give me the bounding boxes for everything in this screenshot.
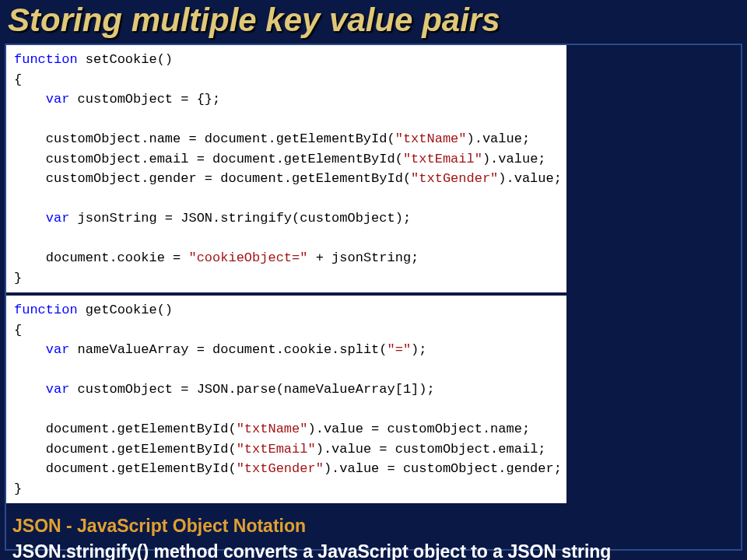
code-token: setCookie() <box>78 52 173 67</box>
code-token <box>14 342 46 357</box>
code-token: document.getElementById( <box>14 422 237 436</box>
code-token: } <box>14 271 22 285</box>
code-token: customObject.name = document.getElementB… <box>14 131 395 146</box>
code-token: + jsonString; <box>307 250 419 265</box>
code-token: "txtEmail" <box>237 442 316 457</box>
code-token: ).value; <box>467 131 531 146</box>
code-token: ).value = customObject.name; <box>307 422 530 436</box>
code-token: customObject = JSON.parse(nameValueArray… <box>69 382 434 397</box>
code-token <box>14 382 46 397</box>
code-token: customObject.email = document.getElement… <box>14 152 403 166</box>
code-token: "txtGender" <box>411 171 498 186</box>
code-token: var <box>46 382 70 397</box>
code-token: getCookie() <box>78 303 173 317</box>
note-stringify: JSON.stringify() method converts a JavaS… <box>12 540 735 560</box>
code-token: "txtEmail" <box>403 152 482 166</box>
code-token: } <box>14 481 22 496</box>
code-token: { <box>14 323 22 338</box>
code-token: function <box>14 52 78 67</box>
code-token: ); <box>411 342 426 357</box>
code-token: "=" <box>388 342 412 357</box>
notes-section: JSON - JavaScript Object Notation JSON.s… <box>6 506 741 560</box>
code-token: "cookieObject=" <box>188 250 307 265</box>
code-token <box>14 92 46 107</box>
slide: Storing multiple key value pairs functio… <box>0 0 747 560</box>
code-token: customObject.gender = document.getElemen… <box>14 171 411 186</box>
code-token: ).value = customObject.gender; <box>324 461 562 476</box>
code-token: document.cookie = <box>14 250 188 265</box>
code-token: var <box>46 92 70 107</box>
code-block-setcookie: function setCookie() { var customObject … <box>6 45 566 292</box>
code-token: document.getElementById( <box>14 442 237 457</box>
code-token: nameValueArray = document.cookie.split( <box>69 342 387 357</box>
code-token: "txtGender" <box>237 461 324 476</box>
code-token <box>14 211 46 226</box>
slide-title: Storing multiple key value pairs <box>0 0 747 44</box>
code-token: var <box>46 342 70 357</box>
code-token: function <box>14 303 78 317</box>
code-token: jsonString = JSON.stringify(customObject… <box>69 211 411 226</box>
code-token: customObject = {}; <box>69 92 220 107</box>
content-frame: function setCookie() { var customObject … <box>5 44 742 551</box>
code-token: "txtName" <box>395 131 467 146</box>
code-block-getcookie: function getCookie() { var nameValueArra… <box>6 296 566 503</box>
code-token: "txtName" <box>237 422 308 436</box>
note-json-heading: JSON - JavaScript Object Notation <box>12 514 735 538</box>
code-token: document.getElementById( <box>14 461 237 476</box>
code-token: var <box>46 211 70 226</box>
code-token: ).value; <box>482 152 546 166</box>
code-token: ).value; <box>498 171 562 186</box>
code-token: ).value = customObject.email; <box>316 442 546 457</box>
code-token: { <box>14 72 22 87</box>
